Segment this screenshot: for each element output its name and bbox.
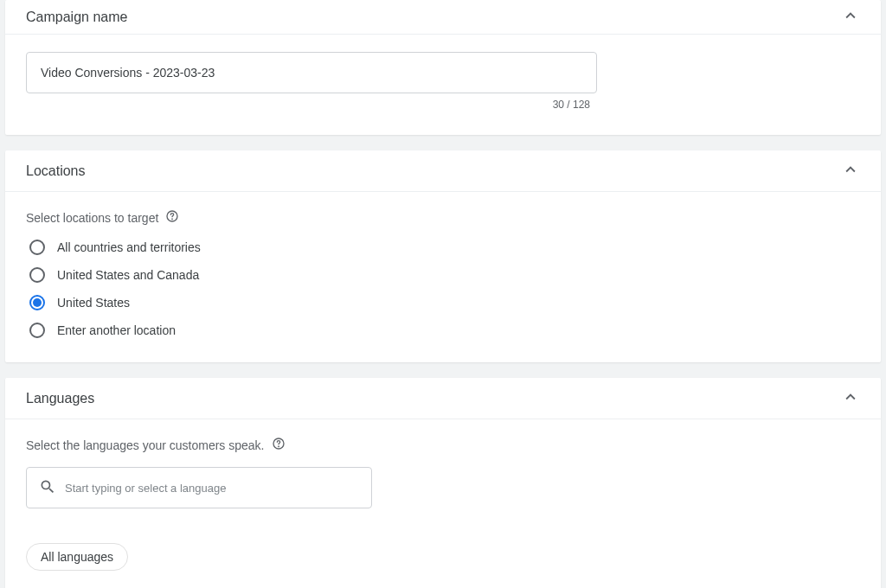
locations-radio-option[interactable]: Enter another location — [29, 323, 860, 338]
locations-title: Locations — [26, 163, 86, 179]
radio-icon — [29, 323, 45, 338]
languages-card: Languages Select the languages your cust… — [5, 378, 881, 588]
campaign-name-body: 30 / 128 — [5, 35, 881, 135]
locations-helper-text: Select locations to target — [26, 211, 158, 225]
chevron-up-icon[interactable] — [841, 6, 860, 28]
radio-label: Enter another location — [57, 323, 176, 337]
language-search-input[interactable] — [65, 482, 359, 495]
locations-body: Select locations to target All countries… — [5, 192, 881, 362]
languages-helper-text: Select the languages your customers spea… — [26, 438, 265, 452]
svg-point-1 — [172, 219, 173, 220]
languages-helper-row: Select the languages your customers spea… — [26, 437, 860, 453]
locations-radio-option[interactable]: All countries and territories — [29, 240, 860, 255]
campaign-name-char-count: 30 / 128 — [26, 99, 597, 111]
locations-header: Locations — [5, 150, 881, 192]
campaign-name-card: Campaign name 30 / 128 — [5, 0, 881, 135]
locations-radio-group: All countries and territoriesUnited Stat… — [29, 240, 860, 338]
campaign-name-title: Campaign name — [26, 10, 127, 25]
chevron-up-icon[interactable] — [841, 160, 860, 182]
chevron-up-icon[interactable] — [841, 387, 860, 409]
search-icon — [39, 478, 56, 498]
languages-header: Languages — [5, 378, 881, 419]
radio-label: United States and Canada — [57, 268, 199, 282]
campaign-name-header: Campaign name — [5, 0, 881, 35]
language-search-wrap — [26, 467, 372, 508]
radio-icon — [29, 295, 45, 310]
radio-label: United States — [57, 296, 130, 310]
svg-point-3 — [278, 446, 279, 447]
radio-icon — [29, 267, 45, 283]
radio-icon — [29, 240, 45, 255]
radio-label: All countries and territories — [57, 240, 201, 254]
help-icon[interactable] — [272, 437, 286, 453]
locations-radio-option[interactable]: United States and Canada — [29, 267, 860, 283]
language-chip-all-languages[interactable]: All languages — [26, 543, 128, 571]
locations-card: Locations Select locations to target All… — [5, 150, 881, 362]
help-icon[interactable] — [165, 209, 179, 226]
languages-body: Select the languages your customers spea… — [5, 419, 881, 588]
locations-radio-option[interactable]: United States — [29, 295, 860, 310]
language-search[interactable] — [26, 467, 372, 508]
languages-title: Languages — [26, 391, 94, 406]
campaign-name-input[interactable] — [26, 52, 597, 93]
locations-helper-row: Select locations to target — [26, 209, 860, 226]
campaign-name-input-wrap: 30 / 128 — [26, 52, 597, 111]
